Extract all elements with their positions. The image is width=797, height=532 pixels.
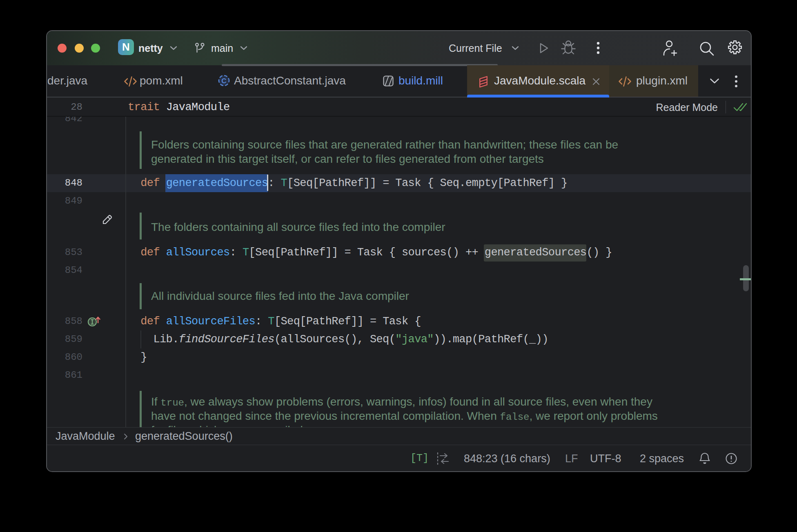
svg-text:C: C [221,77,226,85]
